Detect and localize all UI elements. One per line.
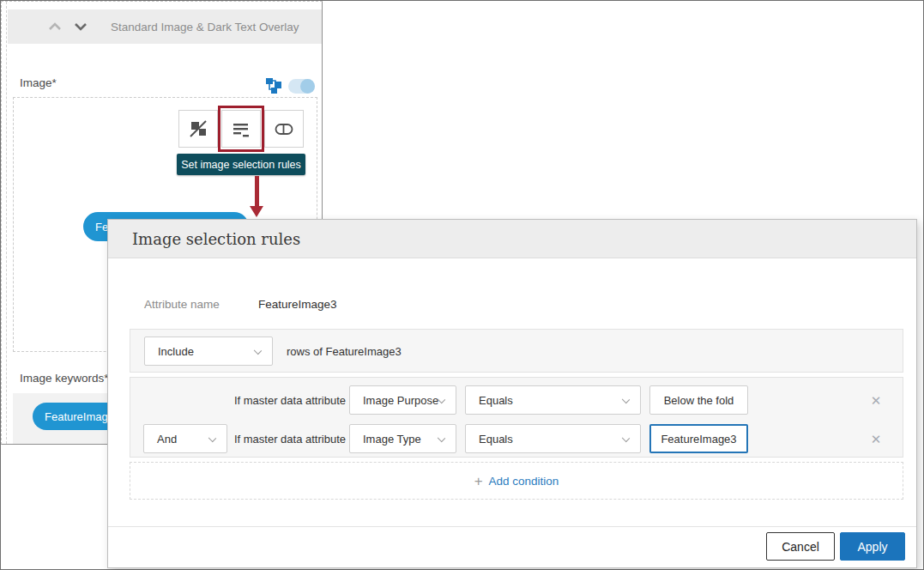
chevron-down-icon[interactable] — [73, 21, 88, 33]
component-dashed-outline — [6, 2, 7, 444]
chevron-down-icon — [208, 434, 216, 442]
cancel-button[interactable]: Cancel — [766, 532, 835, 561]
condition-prefix: If master data attribute — [225, 433, 346, 446]
condition-value-input[interactable] — [649, 385, 748, 415]
keywords-field-label: Image keywords* — [20, 372, 109, 385]
toggle-switch[interactable] — [288, 79, 315, 94]
operator-dropdown[interactable]: And — [143, 424, 227, 453]
footer-divider — [108, 526, 916, 527]
condition-prefix: If master data attribute — [225, 394, 346, 407]
plus-icon: + — [474, 474, 483, 488]
remove-condition-button[interactable]: ✕ — [867, 391, 885, 410]
component-title: Standard Image & Dark Text Overlay — [111, 21, 299, 33]
tooltip: Set image selection rules — [177, 154, 305, 175]
image-slash-icon — [188, 118, 208, 139]
attribute-name-label: Attribute name — [144, 298, 220, 311]
attribute-dropdown[interactable]: Image Type — [349, 424, 456, 453]
chevron-up-icon[interactable] — [47, 21, 63, 33]
component-header: Standard Image & Dark Text Overlay — [8, 9, 322, 44]
chevron-down-icon — [622, 396, 630, 403]
variant-toggle-button[interactable] — [264, 110, 304, 148]
chevron-down-icon — [438, 396, 445, 403]
attribute-dropdown[interactable]: Image Purpose — [349, 385, 456, 415]
image-selection-rules-dialog: Image selection rules Attribute name Fea… — [107, 219, 917, 568]
comparator-dropdown[interactable]: Equals — [465, 385, 641, 415]
highlight-callout-box — [218, 106, 264, 152]
screen: Standard Image & Dark Text Overlay Image… — [0, 0, 924, 570]
callout-arrow — [255, 176, 259, 207]
dialog-header: Image selection rules — [108, 220, 916, 258]
add-condition-row[interactable]: + Add condition — [130, 462, 903, 500]
hierarchy-icon[interactable] — [264, 76, 283, 99]
conditions-section: If master data attribute Image Purpose E… — [130, 377, 903, 458]
callout-arrow-head — [250, 206, 263, 217]
comparator-dropdown[interactable]: Equals — [465, 424, 641, 453]
dialog-title: Image selection rules — [132, 230, 300, 248]
drag-handle-icon[interactable] — [18, 24, 37, 30]
condition-row: And If master data attribute Image Type … — [130, 424, 903, 453]
close-icon: ✕ — [871, 393, 882, 409]
chevron-down-icon — [254, 347, 262, 355]
apply-button[interactable]: Apply — [840, 532, 905, 561]
remove-condition-button[interactable]: ✕ — [867, 430, 885, 449]
condition-value-input[interactable] — [649, 424, 748, 453]
condition-row: If master data attribute Image Purpose E… — [130, 385, 903, 415]
toggle-knob — [300, 79, 315, 94]
include-section: Include rows of FeatureImage3 — [130, 329, 903, 373]
chevron-down-icon — [438, 434, 445, 442]
include-dropdown[interactable]: Include — [144, 337, 273, 366]
image-variants-button[interactable] — [178, 110, 218, 148]
include-suffix-text: rows of FeatureImage3 — [287, 345, 402, 358]
close-icon: ✕ — [871, 432, 882, 447]
chevron-down-icon — [622, 434, 630, 442]
capsule-icon — [274, 118, 294, 139]
image-field-label: Image* — [20, 76, 57, 89]
attribute-name-value: FeatureImage3 — [258, 298, 337, 311]
add-condition-link[interactable]: Add condition — [489, 475, 559, 488]
